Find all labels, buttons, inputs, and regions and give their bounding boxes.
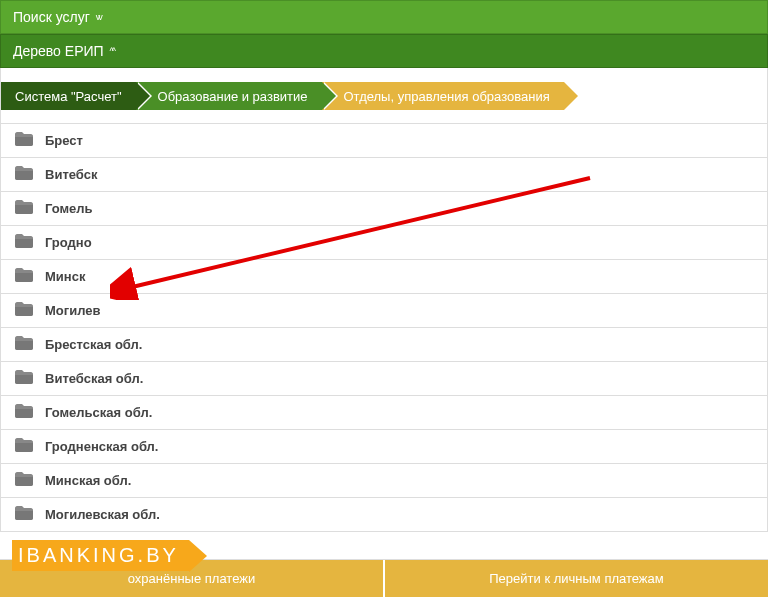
watermark: IBANKING.BY bbox=[12, 540, 189, 571]
chevron-up-icon: ^^ bbox=[110, 46, 114, 56]
list-item-label: Гомель bbox=[45, 201, 93, 216]
list-item-label: Могилев bbox=[45, 303, 101, 318]
folder-icon bbox=[15, 472, 33, 489]
chevron-down-icon: vv bbox=[96, 12, 101, 22]
breadcrumb-item-0[interactable]: Система "Расчет" bbox=[1, 82, 136, 110]
folder-icon bbox=[15, 370, 33, 387]
search-services-label: Поиск услуг bbox=[13, 9, 90, 25]
list-item[interactable]: Могилев bbox=[1, 294, 767, 328]
list-item-label: Минск bbox=[45, 269, 85, 284]
folder-icon bbox=[15, 166, 33, 183]
personal-payments-label: Перейти к личным платежам bbox=[489, 571, 663, 586]
folder-icon bbox=[15, 234, 33, 251]
list-item-label: Брест bbox=[45, 133, 83, 148]
folder-icon bbox=[15, 336, 33, 353]
search-services-bar[interactable]: Поиск услуг vv bbox=[0, 0, 768, 34]
list-item-label: Витебская обл. bbox=[45, 371, 143, 386]
folder-icon bbox=[15, 200, 33, 217]
list-item[interactable]: Гомельская обл. bbox=[1, 396, 767, 430]
folder-icon bbox=[15, 438, 33, 455]
region-list: БрестВитебскГомельГродноМинскМогилевБрес… bbox=[0, 124, 768, 532]
list-item[interactable]: Витебск bbox=[1, 158, 767, 192]
list-item[interactable]: Брестская обл. bbox=[1, 328, 767, 362]
erip-tree-label: Дерево ЕРИП bbox=[13, 43, 104, 59]
breadcrumb-label: Система "Расчет" bbox=[15, 89, 122, 104]
list-item-label: Минская обл. bbox=[45, 473, 131, 488]
saved-payments-label: охранённые платежи bbox=[128, 571, 255, 586]
list-item[interactable]: Витебская обл. bbox=[1, 362, 767, 396]
breadcrumb-label: Образование и развитие bbox=[158, 89, 308, 104]
breadcrumb-item-2[interactable]: Отделы, управления образования bbox=[322, 82, 564, 110]
list-item[interactable]: Брест bbox=[1, 124, 767, 158]
list-item[interactable]: Минск bbox=[1, 260, 767, 294]
breadcrumb: Система "Расчет"Образование и развитиеОт… bbox=[0, 68, 768, 124]
list-item-label: Могилевская обл. bbox=[45, 507, 160, 522]
list-item-label: Брестская обл. bbox=[45, 337, 142, 352]
list-item[interactable]: Гродненская обл. bbox=[1, 430, 767, 464]
list-item-label: Витебск bbox=[45, 167, 97, 182]
folder-icon bbox=[15, 302, 33, 319]
folder-icon bbox=[15, 268, 33, 285]
list-item[interactable]: Могилевская обл. bbox=[1, 498, 767, 532]
watermark-text: IBANKING.BY bbox=[12, 540, 189, 571]
erip-tree-bar[interactable]: Дерево ЕРИП ^^ bbox=[0, 34, 768, 68]
folder-icon bbox=[15, 132, 33, 149]
personal-payments-button[interactable]: Перейти к личным платежам bbox=[385, 560, 768, 597]
folder-icon bbox=[15, 506, 33, 523]
folder-icon bbox=[15, 404, 33, 421]
breadcrumb-label: Отделы, управления образования bbox=[344, 89, 550, 104]
list-item[interactable]: Гомель bbox=[1, 192, 767, 226]
list-item[interactable]: Минская обл. bbox=[1, 464, 767, 498]
breadcrumb-item-1[interactable]: Образование и развитие bbox=[136, 82, 322, 110]
list-item-label: Гродно bbox=[45, 235, 92, 250]
list-item-label: Гродненская обл. bbox=[45, 439, 158, 454]
list-item[interactable]: Гродно bbox=[1, 226, 767, 260]
list-item-label: Гомельская обл. bbox=[45, 405, 152, 420]
